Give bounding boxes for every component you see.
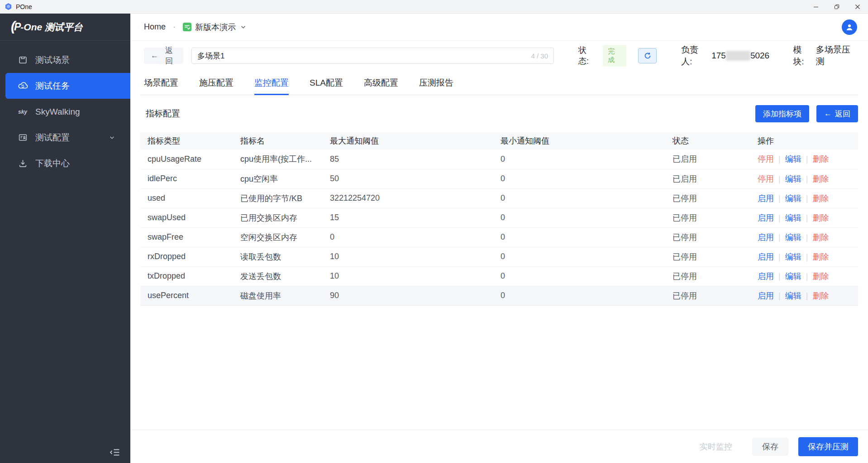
toggle-status-link[interactable]: 启用 xyxy=(758,213,774,222)
scene-name-input[interactable] xyxy=(197,51,527,60)
tab-5[interactable]: 高级配置 xyxy=(364,75,398,95)
cell-max: 85 xyxy=(323,150,493,169)
delete-link[interactable]: 删除 xyxy=(812,154,829,164)
top-header: Home · 新版本演示 xyxy=(130,14,868,41)
sidebar-item-scenes[interactable]: 测试场景 xyxy=(0,47,130,73)
delete-link[interactable]: 删除 xyxy=(812,174,829,183)
owner-label: 负责人: xyxy=(681,44,708,68)
column-header: 状态 xyxy=(665,132,750,150)
os-titlebar: POne xyxy=(0,0,868,14)
close-button[interactable] xyxy=(847,0,868,13)
tab-4[interactable]: SLA配置 xyxy=(310,75,343,95)
toggle-status-link[interactable]: 停用 xyxy=(758,174,774,183)
sidebar-item-config[interactable]: 测试配置 xyxy=(0,125,130,150)
action-divider: | xyxy=(806,213,808,222)
toggle-status-link[interactable]: 启用 xyxy=(758,272,774,281)
column-header: 最大通知阈值 xyxy=(323,132,493,150)
cell-max: 50 xyxy=(323,169,493,188)
sidebar-item-label: SkyWalking xyxy=(35,107,80,117)
metric-section-header: 指标配置 添加指标项 ← 返回 xyxy=(140,105,858,122)
cell-max: 10 xyxy=(323,266,493,286)
char-counter: 4 / 30 xyxy=(531,52,548,60)
module-label: 模块: xyxy=(793,44,812,68)
toggle-status-link[interactable]: 启用 xyxy=(758,194,774,203)
section-title: 指标配置 xyxy=(146,108,180,120)
restore-button[interactable] xyxy=(826,0,847,13)
module-info: 模块: 多场景压测 xyxy=(793,44,858,68)
project-icon xyxy=(183,23,191,31)
delete-link[interactable]: 删除 xyxy=(812,213,829,222)
add-metric-button[interactable]: 添加指标项 xyxy=(755,105,809,122)
save-and-test-button[interactable]: 保存并压测 xyxy=(798,437,858,456)
sidebar-item-label: 下载中心 xyxy=(35,158,70,169)
edit-link[interactable]: 编辑 xyxy=(785,174,801,183)
cell-type: usePercent xyxy=(140,286,233,305)
back-button[interactable]: ← 返回 xyxy=(144,48,183,64)
arrow-left-icon: ← xyxy=(151,51,158,60)
action-divider: | xyxy=(778,194,781,203)
column-header: 指标类型 xyxy=(140,132,233,150)
cell-name: cpu使用率(按工作... xyxy=(233,150,323,169)
delete-link[interactable]: 删除 xyxy=(812,233,829,242)
cell-type: swapUsed xyxy=(140,208,233,227)
section-back-button[interactable]: ← 返回 xyxy=(816,105,858,122)
action-divider: | xyxy=(778,213,781,222)
sidebar-item-download[interactable]: 下载中心 xyxy=(0,150,130,176)
delete-link[interactable]: 删除 xyxy=(812,252,829,261)
toggle-status-link[interactable]: 启用 xyxy=(758,233,774,242)
project-selector[interactable]: 新版本演示 xyxy=(183,22,246,33)
tab-2[interactable]: 施压配置 xyxy=(199,75,234,95)
breadcrumb-home[interactable]: Home xyxy=(144,22,166,32)
user-avatar[interactable] xyxy=(842,19,857,35)
tab-6[interactable]: 压测报告 xyxy=(419,75,453,95)
owner-info: 负责人: 1755026 xyxy=(681,44,769,68)
sidebar-item-tasks[interactable]: 测试任务 xyxy=(5,73,130,99)
edit-link[interactable]: 编辑 xyxy=(785,213,801,222)
edit-link[interactable]: 编辑 xyxy=(785,233,801,242)
refresh-button[interactable] xyxy=(638,48,657,63)
table-row: rxDropped读取丢包数100已停用启用|编辑|删除 xyxy=(140,247,858,266)
toggle-status-link[interactable]: 停用 xyxy=(758,154,774,164)
edit-link[interactable]: 编辑 xyxy=(785,272,801,281)
sidebar-collapse-icon[interactable] xyxy=(110,448,120,457)
action-divider: | xyxy=(778,174,781,183)
action-divider: | xyxy=(806,233,808,242)
toggle-status-link[interactable]: 启用 xyxy=(758,291,774,300)
cell-type: txDropped xyxy=(140,266,233,286)
realtime-monitor-button[interactable]: 实时监控 xyxy=(700,441,732,452)
cell-name: 磁盘使用率 xyxy=(233,286,323,305)
edit-link[interactable]: 编辑 xyxy=(785,154,801,164)
edit-link[interactable]: 编辑 xyxy=(785,252,801,261)
edit-link[interactable]: 编辑 xyxy=(785,194,801,203)
scenes-icon xyxy=(17,55,28,65)
scene-name-field: 4 / 30 xyxy=(191,48,554,64)
cell-name: 空闲交换区内存 xyxy=(233,227,323,247)
tab-3[interactable]: 监控配置 xyxy=(254,75,289,95)
action-footer: 实时监控 保存 保存并压测 xyxy=(130,429,868,463)
cell-name: cpu空闲率 xyxy=(233,169,323,188)
table-row: cpuUsageRatecpu使用率(按工作...850已启用停用|编辑|删除 xyxy=(140,150,858,169)
cell-min: 0 xyxy=(493,169,665,188)
logo-text: -One 测试平台 xyxy=(20,21,83,34)
delete-link[interactable]: 删除 xyxy=(812,272,829,281)
sidebar-item-label: 测试配置 xyxy=(35,132,70,144)
action-divider: | xyxy=(806,291,808,300)
save-button[interactable]: 保存 xyxy=(752,438,788,456)
tab-1[interactable]: 场景配置 xyxy=(144,75,178,95)
breadcrumb-separator: · xyxy=(173,22,176,32)
download-icon xyxy=(17,159,28,168)
chevron-down-icon xyxy=(109,135,115,140)
action-divider: | xyxy=(806,272,808,281)
cell-status: 已停用 xyxy=(665,247,750,266)
sidebar-item-sky[interactable]: skySkyWalking xyxy=(0,99,130,125)
edit-link[interactable]: 编辑 xyxy=(785,291,801,300)
module-value: 多场景压测 xyxy=(816,44,858,68)
minimize-button[interactable] xyxy=(806,0,826,13)
cell-status: 已启用 xyxy=(665,150,750,169)
config-tabs: 场景配置施压配置监控配置SLA配置高级配置压测报告 xyxy=(140,75,858,95)
cell-min: 0 xyxy=(493,247,665,266)
toggle-status-link[interactable]: 启用 xyxy=(758,252,774,261)
delete-link[interactable]: 删除 xyxy=(812,291,829,300)
delete-link[interactable]: 删除 xyxy=(812,194,829,203)
cell-name: 已使用的字节/KB xyxy=(233,188,323,208)
